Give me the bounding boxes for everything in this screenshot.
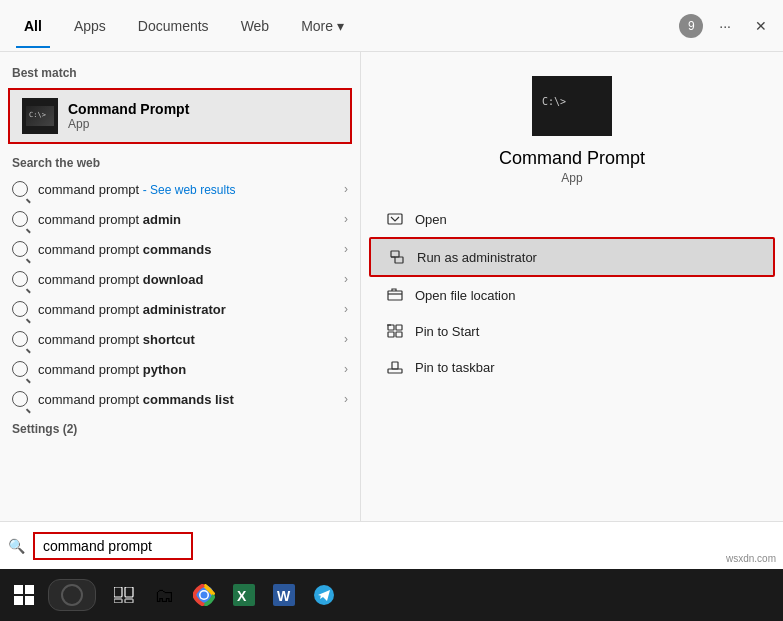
taskbar-app-telegram[interactable] bbox=[306, 577, 342, 613]
admin-icon bbox=[387, 247, 407, 267]
app-icon-small bbox=[22, 98, 58, 134]
search-item-2[interactable]: command prompt commands › bbox=[0, 234, 360, 264]
svg-point-16 bbox=[201, 592, 208, 599]
best-match-label: Best match bbox=[0, 60, 360, 84]
action-open[interactable]: Open bbox=[369, 201, 775, 237]
search-item-4[interactable]: command prompt administrator › bbox=[0, 294, 360, 324]
action-pin-start[interactable]: Pin to Start bbox=[369, 313, 775, 349]
taskbar-app-word[interactable]: W bbox=[266, 577, 302, 613]
svg-rect-8 bbox=[388, 369, 402, 373]
search-text-6: command prompt python bbox=[38, 362, 344, 377]
chevron-right-3: › bbox=[344, 272, 348, 286]
search-icon-2 bbox=[12, 241, 28, 257]
taskbar: 🗂 X bbox=[0, 569, 783, 621]
search-icon-7 bbox=[12, 391, 28, 407]
search-icon-4 bbox=[12, 301, 28, 317]
svg-rect-13 bbox=[125, 599, 133, 603]
best-match-item[interactable]: Command Prompt App bbox=[8, 88, 352, 144]
app-preview-type: App bbox=[561, 171, 582, 185]
svg-rect-4 bbox=[388, 325, 394, 330]
action-pin-taskbar[interactable]: Pin to taskbar bbox=[369, 349, 775, 385]
action-location-label: Open file location bbox=[415, 288, 515, 303]
taskbar-search-bar[interactable] bbox=[48, 579, 96, 611]
search-text-4: command prompt administrator bbox=[38, 302, 344, 317]
svg-rect-3 bbox=[388, 291, 402, 300]
notification-badge: 9 bbox=[679, 14, 703, 38]
search-text-3: command prompt download bbox=[38, 272, 344, 287]
start-button[interactable] bbox=[8, 579, 40, 611]
svg-rect-12 bbox=[114, 599, 122, 603]
search-icon-1 bbox=[12, 211, 28, 227]
taskbar-apps: 🗂 X bbox=[104, 577, 344, 613]
taskbar-app-excel[interactable]: X bbox=[226, 577, 262, 613]
action-open-location[interactable]: Open file location bbox=[369, 277, 775, 313]
action-admin-label: Run as administrator bbox=[417, 250, 537, 265]
action-open-label: Open bbox=[415, 212, 447, 227]
action-pin-start-label: Pin to Start bbox=[415, 324, 479, 339]
search-text-2: command prompt commands bbox=[38, 242, 344, 257]
close-button[interactable]: ✕ bbox=[747, 12, 775, 40]
chevron-right-2: › bbox=[344, 242, 348, 256]
search-icon-0 bbox=[12, 181, 28, 197]
svg-rect-5 bbox=[396, 325, 402, 330]
chevron-right-7: › bbox=[344, 392, 348, 406]
taskbar-app-chrome[interactable] bbox=[186, 577, 222, 613]
location-icon bbox=[385, 285, 405, 305]
search-web-label: Search the web bbox=[0, 148, 360, 174]
svg-rect-10 bbox=[114, 587, 122, 597]
best-match-text: Command Prompt App bbox=[68, 101, 189, 131]
svg-rect-2 bbox=[395, 257, 403, 263]
search-bar: 🔍 bbox=[0, 521, 783, 569]
search-item-5[interactable]: command prompt shortcut › bbox=[0, 324, 360, 354]
search-icon-3 bbox=[12, 271, 28, 287]
search-panel: All Apps Documents Web More ▾ 9 ··· ✕ Be… bbox=[0, 0, 783, 621]
action-run-as-admin[interactable]: Run as administrator bbox=[369, 237, 775, 277]
chevron-right-1: › bbox=[344, 212, 348, 226]
search-text-0: command prompt - See web results bbox=[38, 182, 344, 197]
svg-rect-11 bbox=[125, 587, 133, 597]
chevron-right-0: › bbox=[344, 182, 348, 196]
search-item-6[interactable]: command prompt python › bbox=[0, 354, 360, 384]
chevron-right-5: › bbox=[344, 332, 348, 346]
svg-rect-0 bbox=[388, 214, 402, 224]
svg-text:W: W bbox=[277, 588, 291, 604]
tab-all[interactable]: All bbox=[8, 4, 58, 48]
taskbar-app-explorer[interactable]: 🗂 bbox=[146, 577, 182, 613]
search-input[interactable] bbox=[33, 532, 193, 560]
app-type-label: App bbox=[68, 117, 189, 131]
search-text-5: command prompt shortcut bbox=[38, 332, 344, 347]
pin-start-icon bbox=[385, 321, 405, 341]
search-item-0[interactable]: command prompt - See web results › bbox=[0, 174, 360, 204]
open-icon bbox=[385, 209, 405, 229]
search-icon-6 bbox=[12, 361, 28, 377]
tab-apps[interactable]: Apps bbox=[58, 4, 122, 48]
cmd-icon-graphic bbox=[26, 106, 54, 126]
chevron-down-icon: ▾ bbox=[337, 18, 344, 34]
action-list: Open Run as administrator bbox=[361, 201, 783, 385]
tab-web[interactable]: Web bbox=[225, 4, 286, 48]
svg-rect-1 bbox=[391, 251, 399, 257]
search-bar-icon: 🔍 bbox=[8, 538, 25, 554]
search-item-7[interactable]: command prompt commands list › bbox=[0, 384, 360, 414]
taskbar-app-taskview[interactable] bbox=[106, 577, 142, 613]
watermark: wsxdn.com bbox=[723, 552, 779, 565]
tab-bar: All Apps Documents Web More ▾ 9 ··· ✕ bbox=[0, 0, 783, 52]
cortana-icon bbox=[61, 584, 83, 606]
windows-logo-icon bbox=[14, 585, 34, 605]
search-icon-5 bbox=[12, 331, 28, 347]
more-options-button[interactable]: ··· bbox=[711, 12, 739, 40]
chevron-right-4: › bbox=[344, 302, 348, 316]
action-pin-taskbar-label: Pin to taskbar bbox=[415, 360, 495, 375]
search-item-3[interactable]: command prompt download › bbox=[0, 264, 360, 294]
app-preview-icon bbox=[532, 76, 612, 136]
search-text-1: command prompt admin bbox=[38, 212, 344, 227]
tab-documents[interactable]: Documents bbox=[122, 4, 225, 48]
tab-more[interactable]: More ▾ bbox=[285, 4, 360, 48]
search-item-1[interactable]: command prompt admin › bbox=[0, 204, 360, 234]
folder-icon: 🗂 bbox=[154, 584, 174, 607]
svg-text:X: X bbox=[237, 588, 247, 604]
svg-rect-7 bbox=[396, 332, 402, 337]
search-text-7: command prompt commands list bbox=[38, 392, 344, 407]
svg-rect-9 bbox=[392, 362, 398, 369]
chevron-right-6: › bbox=[344, 362, 348, 376]
